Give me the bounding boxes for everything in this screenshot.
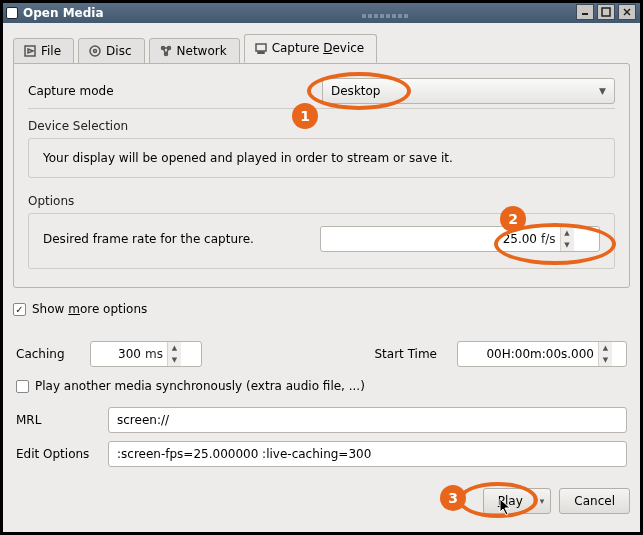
cancel-button-label: Cancel bbox=[574, 494, 615, 508]
play-button-label: Play bbox=[498, 494, 523, 508]
svg-point-6 bbox=[94, 50, 97, 53]
minimize-button[interactable] bbox=[576, 4, 594, 20]
tab-capture-device[interactable]: Capture Device bbox=[244, 34, 378, 63]
tab-disc[interactable]: Disc bbox=[78, 38, 144, 65]
show-more-label: Show more options bbox=[32, 302, 147, 316]
start-time-spinner[interactable]: ▲▼ bbox=[598, 342, 612, 366]
svg-rect-10 bbox=[256, 44, 266, 51]
device-selection-heading: Device Selection bbox=[28, 113, 615, 136]
frame-rate-input[interactable]: f/s ▲▼ bbox=[320, 226, 600, 252]
close-button[interactable] bbox=[618, 4, 636, 20]
play-button[interactable]: Play ▾ bbox=[483, 488, 552, 514]
disc-icon bbox=[89, 45, 101, 57]
tab-file[interactable]: File bbox=[13, 38, 74, 65]
tab-disc-label: Disc bbox=[106, 44, 131, 58]
device-selection-box: Your display will be opened and played i… bbox=[28, 138, 615, 178]
tab-network[interactable]: Network bbox=[149, 38, 240, 65]
network-icon bbox=[160, 45, 172, 57]
svg-point-5 bbox=[90, 46, 100, 56]
tab-file-label: File bbox=[41, 44, 61, 58]
mrl-value: screen:// bbox=[117, 413, 169, 427]
maximize-button[interactable] bbox=[597, 4, 615, 20]
capture-icon bbox=[255, 42, 267, 54]
caching-suffix: ms bbox=[145, 347, 167, 361]
device-selection-message: Your display will be opened and played i… bbox=[43, 151, 453, 165]
options-box: Desired frame rate for the capture. f/s … bbox=[28, 213, 615, 269]
frame-rate-spinner[interactable]: ▲▼ bbox=[560, 227, 574, 251]
window-title: Open Media bbox=[21, 6, 104, 20]
tab-capture-label: Capture Device bbox=[272, 41, 365, 55]
options-heading: Options bbox=[28, 188, 615, 211]
capture-mode-select[interactable]: Desktop ▼ bbox=[322, 78, 615, 104]
frame-rate-label: Desired frame rate for the capture. bbox=[43, 232, 306, 246]
capture-mode-label: Capture mode bbox=[28, 84, 298, 98]
play-sync-label: Play another media synchronously (extra … bbox=[35, 379, 365, 393]
caching-label: Caching bbox=[16, 347, 80, 361]
window-titlebar: Open Media bbox=[3, 3, 640, 23]
tab-network-label: Network bbox=[177, 44, 227, 58]
file-icon bbox=[24, 45, 36, 57]
capture-mode-value: Desktop bbox=[331, 84, 381, 98]
capture-panel: Capture mode Desktop ▼ Device Selection … bbox=[13, 63, 630, 288]
caching-value[interactable] bbox=[91, 343, 145, 365]
frame-rate-value[interactable] bbox=[321, 228, 541, 250]
play-sync-checkbox[interactable] bbox=[16, 380, 29, 393]
edit-options-label: Edit Options bbox=[16, 447, 98, 461]
app-icon bbox=[6, 7, 18, 19]
play-dropdown-icon[interactable]: ▾ bbox=[533, 496, 545, 506]
edit-options-value: :screen-fps=25.000000 :live-caching=300 bbox=[117, 447, 371, 461]
start-time-value[interactable] bbox=[458, 343, 598, 365]
caching-input[interactable]: ms ▲▼ bbox=[90, 341, 202, 367]
svg-rect-1 bbox=[602, 8, 610, 16]
chevron-down-icon: ▼ bbox=[599, 86, 606, 96]
mrl-input[interactable]: screen:// bbox=[108, 407, 627, 433]
start-time-input[interactable]: ▲▼ bbox=[457, 341, 627, 367]
show-more-checkbox[interactable] bbox=[13, 303, 26, 316]
caching-spinner[interactable]: ▲▼ bbox=[167, 342, 181, 366]
start-time-label: Start Time bbox=[375, 347, 438, 361]
svg-rect-11 bbox=[258, 52, 264, 54]
tab-bar: File Disc Network Capture Device bbox=[13, 33, 630, 63]
cancel-button[interactable]: Cancel bbox=[559, 488, 630, 514]
frame-rate-suffix: f/s bbox=[541, 232, 560, 246]
mrl-label: MRL bbox=[16, 413, 98, 427]
edit-options-input[interactable]: :screen-fps=25.000000 :live-caching=300 bbox=[108, 441, 627, 467]
